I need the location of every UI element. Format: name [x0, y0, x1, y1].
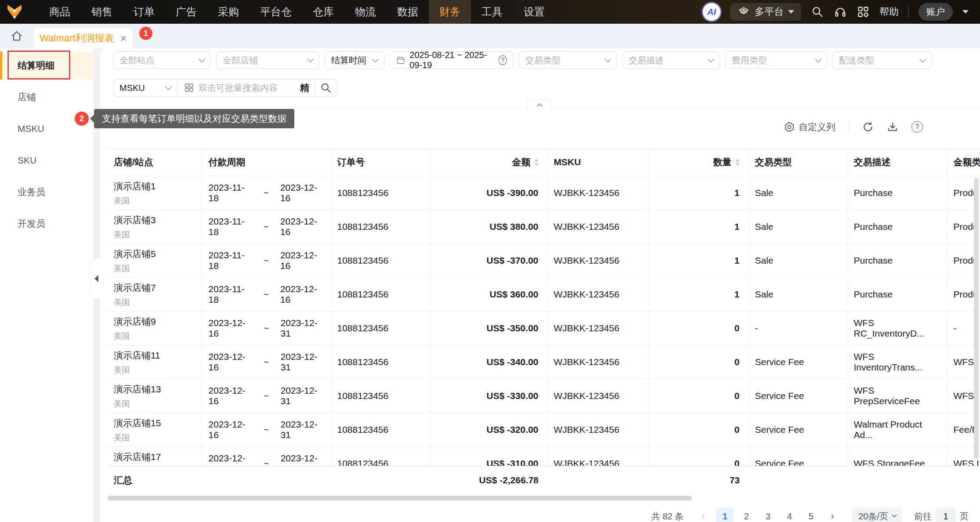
cell-amount: US$ -340.00 — [430, 345, 547, 379]
next-page-button[interactable]: › — [824, 508, 841, 522]
delivery-type-value: 配送类型 — [839, 54, 920, 66]
download-icon[interactable] — [887, 121, 898, 133]
cell-qty: 1 — [649, 244, 749, 278]
prev-page-button[interactable]: ‹ — [694, 508, 712, 522]
nav-item-采购[interactable]: 采购 — [207, 0, 250, 24]
divider — [849, 121, 849, 133]
vertical-scrollbar[interactable] — [974, 178, 979, 459]
cell-shop: 演示店铺13美国 — [108, 379, 202, 413]
platform-switcher[interactable]: 多平台 — [730, 3, 801, 21]
sidebar-collapse-handle[interactable] — [91, 258, 101, 299]
account-chevron-down-icon[interactable] — [962, 10, 969, 14]
cell-shop: 演示店铺15美国 — [108, 413, 202, 447]
apps-grid-icon[interactable] — [857, 5, 870, 18]
tab-close-icon[interactable]: × — [120, 33, 127, 44]
chevron-down-icon — [199, 55, 206, 62]
batch-search-icon[interactable] — [184, 83, 194, 93]
cell-desc: Purchase — [847, 210, 947, 244]
sidebar-item-结算明细[interactable]: 结算明细 — [0, 51, 94, 80]
table-header-row: 店铺/站点付款周期订单号金额MSKU数量交易类型交易描述金额类型 — [108, 149, 980, 176]
search-input[interactable]: 双击可批量搜索内容 — [199, 82, 297, 94]
summary-qty: 73 — [547, 466, 749, 494]
table-row: 演示店铺7美国2023-11-18~2023-12-161088123456US… — [108, 278, 980, 312]
date-help-icon[interactable]: ? — [499, 55, 507, 65]
page-button-3[interactable]: 3 — [759, 508, 777, 522]
search-submit-icon[interactable] — [320, 82, 332, 94]
page-button-1[interactable]: 1 — [716, 508, 734, 522]
page-button-4[interactable]: 4 — [781, 508, 798, 522]
sidebar-item-开发员[interactable]: 开发员 — [0, 210, 94, 238]
site-select-value: 全部站点 — [119, 54, 199, 66]
nav-item-广告[interactable]: 广告 — [165, 0, 207, 24]
customize-columns-button[interactable]: 自定义列 — [784, 121, 835, 133]
table-row: 演示店铺5美国2023-11-18~2023-12-161088123456US… — [108, 244, 980, 278]
nav-item-商品[interactable]: 商品 — [39, 0, 81, 24]
page-size-select[interactable]: 20条/页 — [852, 508, 902, 522]
goto-page-input[interactable]: 1 — [936, 508, 956, 522]
search-icon[interactable] — [811, 5, 824, 18]
shop-select[interactable]: 全部店铺 — [216, 51, 319, 69]
calendar-icon — [396, 55, 405, 65]
sort-icon[interactable] — [534, 159, 539, 166]
cell-period: 2023-12-16~2023-12-31 — [202, 345, 331, 379]
cell-qty: 0 — [649, 447, 749, 466]
fee-type-select[interactable]: 费用类型 — [725, 51, 827, 69]
nav-item-数据[interactable]: 数据 — [387, 0, 429, 24]
ai-assistant-button[interactable]: AI — [703, 3, 720, 21]
settlement-table-wrapper: 店铺/站点付款周期订单号金额MSKU数量交易类型交易描述金额类型 演示店铺1美国… — [108, 148, 980, 466]
nav-item-平台仓[interactable]: 平台仓 — [250, 0, 302, 24]
help-icon[interactable]: ? — [911, 121, 923, 133]
column-header-order: 订单号 — [331, 149, 430, 176]
page-button-2[interactable]: 2 — [738, 508, 755, 522]
gear-icon — [784, 121, 795, 133]
home-icon[interactable] — [11, 30, 23, 42]
site-select[interactable]: 全部站点 — [113, 51, 211, 69]
table-toolbar: 自定义列 ? — [784, 118, 923, 136]
sidebar-item-SKU[interactable]: SKU — [0, 146, 94, 174]
cell-order: 1088123456 — [331, 312, 430, 345]
cell-shop: 演示店铺17美国 — [108, 447, 202, 466]
cell-desc: WFS RC_InventoryD... — [847, 312, 947, 345]
page-unit-label: 页 — [960, 511, 969, 522]
nav-item-工具[interactable]: 工具 — [471, 0, 513, 24]
account-button[interactable]: 账户 — [919, 3, 953, 21]
help-link[interactable]: 帮助 — [879, 5, 899, 18]
cell-qty: 0 — [649, 345, 749, 379]
date-range-picker[interactable]: 2025-08-21 ~ 2025-09-19 ? — [390, 51, 514, 69]
tab-walmart-profit-report[interactable]: Walmart利润报表 × — [34, 28, 133, 48]
nav-item-订单[interactable]: 订单 — [123, 0, 165, 24]
transaction-type-select[interactable]: 交易类型 — [519, 51, 617, 69]
brand-logo-fox-icon[interactable] — [0, 4, 29, 20]
time-type-select[interactable]: 结算时间 — [325, 51, 384, 69]
page-button-5[interactable]: 5 — [802, 508, 820, 522]
search-field-select[interactable]: MSKU — [113, 80, 177, 96]
cell-type: Service Fee — [749, 345, 847, 379]
transaction-desc-select[interactable]: 交易描述 — [622, 51, 720, 69]
sidebar-item-店铺[interactable]: 店铺 — [0, 83, 94, 111]
refresh-icon[interactable] — [862, 121, 874, 133]
nav-item-销售[interactable]: 销售 — [81, 0, 123, 24]
table-row: 演示店铺15美国2023-12-16~2023-12-311088123456U… — [108, 413, 980, 447]
nav-item-仓库[interactable]: 仓库 — [302, 0, 344, 24]
filter-collapse-button[interactable] — [527, 100, 552, 109]
headset-icon[interactable] — [834, 5, 847, 18]
column-header-type: 交易类型 — [749, 149, 847, 176]
sidebar-item-业务员[interactable]: 业务员 — [0, 178, 94, 206]
annotation-tooltip: 支持查看每笔订单明细以及对应交易类型数据 — [94, 109, 294, 128]
nav-item-物流[interactable]: 物流 — [344, 0, 387, 24]
horizontal-scrollbar[interactable] — [108, 496, 692, 500]
cell-amount: US$ -370.00 — [430, 244, 547, 278]
nav-item-设置[interactable]: 设置 — [513, 0, 555, 24]
column-header-amount[interactable]: 金额 — [430, 149, 547, 176]
nav-item-财务[interactable]: 财务 — [429, 0, 471, 24]
exact-match-toggle[interactable]: 精 — [300, 82, 309, 94]
column-header-qty[interactable]: 数量 — [649, 149, 749, 176]
delivery-type-select[interactable]: 配送类型 — [832, 51, 932, 69]
page-buttons: 12345 — [716, 508, 820, 522]
table-row: 演示店铺3美国2023-11-18~2023-12-161088123456US… — [108, 210, 980, 244]
cell-amount: US$ 360.00 — [430, 278, 547, 312]
cell-qty: 0 — [649, 413, 749, 447]
cell-order: 1088123456 — [331, 244, 430, 278]
divider — [315, 83, 315, 93]
sort-icon[interactable] — [735, 159, 740, 166]
